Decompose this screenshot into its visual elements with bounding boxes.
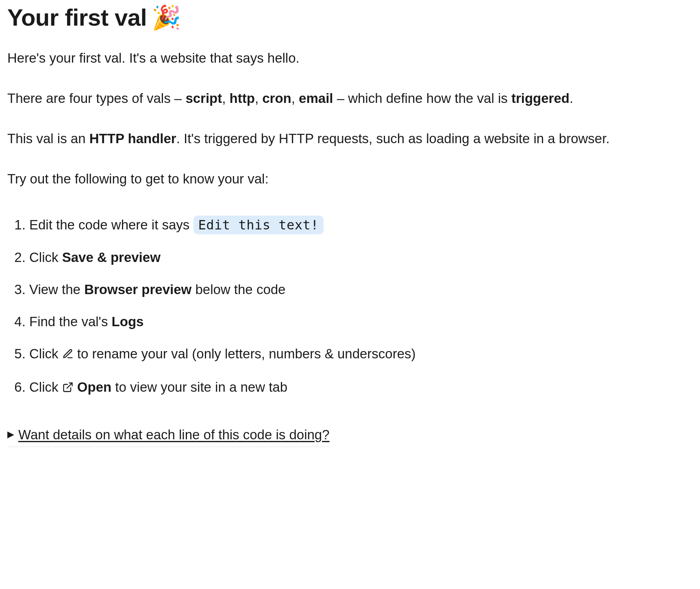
text: .	[570, 91, 573, 106]
http-handler: HTTP handler	[89, 131, 176, 146]
page-title: Your first val 🎉	[7, 4, 693, 31]
document-body: Your first val 🎉 Here's your first val. …	[0, 0, 700, 457]
triggered: triggered	[511, 91, 570, 106]
step-2: Click Save & preview	[29, 241, 693, 273]
text: Click	[29, 250, 62, 265]
type-email: email	[299, 91, 333, 106]
text: to view your site in a new tab	[111, 380, 287, 395]
svg-line-0	[67, 383, 72, 388]
tryout-paragraph: Try out the following to get to know you…	[7, 168, 693, 189]
step-4: Find the val's Logs	[29, 305, 693, 338]
text: below the code	[191, 282, 285, 297]
external-link-icon	[62, 378, 74, 399]
details-disclosure[interactable]: ▶ Want details on what each line of this…	[7, 424, 330, 447]
text: Click	[29, 346, 62, 361]
details-summary[interactable]: ▶ Want details on what each line of this…	[7, 424, 330, 445]
type-http: http	[230, 91, 255, 106]
party-popper-icon: 🎉	[152, 4, 181, 31]
text: ,	[291, 91, 299, 106]
text: There are four types of vals –	[7, 91, 185, 106]
text: Find the val's	[29, 314, 112, 329]
code-pill: Edit this text!	[193, 216, 324, 234]
edit-icon	[62, 345, 74, 365]
summary-text: Want details on what each line of this c…	[18, 424, 330, 445]
text: View the	[29, 282, 84, 297]
logs: Logs	[112, 314, 144, 329]
step-3: View the Browser preview below the code	[29, 273, 693, 305]
types-paragraph: There are four types of vals – script, h…	[7, 88, 693, 109]
text: to rename your val (only letters, number…	[74, 346, 416, 361]
type-script: script	[185, 91, 222, 106]
open-label: Open	[77, 380, 111, 395]
text: ,	[222, 91, 229, 106]
text: – which define how the val is	[333, 91, 511, 106]
text: Click	[29, 380, 62, 395]
steps-list: Edit the code where it says Edit this te…	[7, 209, 693, 404]
title-text: Your first val	[7, 4, 147, 31]
text: . It's triggered by HTTP requests, such …	[176, 131, 610, 146]
intro-paragraph: Here's your first val. It's a website th…	[7, 48, 693, 68]
http-paragraph: This val is an HTTP handler. It's trigge…	[7, 128, 693, 149]
browser-preview: Browser preview	[84, 282, 191, 297]
text: ,	[255, 91, 262, 106]
type-cron: cron	[262, 91, 291, 106]
step-6: Click Open to view your site in a new ta…	[29, 371, 693, 404]
step-1: Edit the code where it says Edit this te…	[29, 209, 693, 241]
text: This val is an	[7, 131, 89, 146]
disclosure-triangle-icon: ▶	[7, 430, 14, 439]
step-5: Click to rename your val (only letters, …	[29, 338, 693, 371]
save-preview: Save & preview	[62, 250, 161, 265]
text: Edit the code where it says	[29, 217, 193, 232]
